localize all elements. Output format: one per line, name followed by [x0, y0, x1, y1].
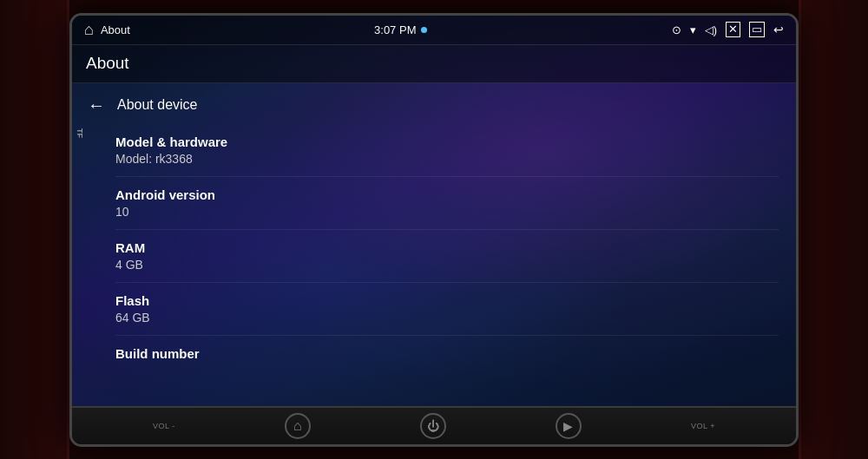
- setting-value-model: Model: rk3368: [115, 152, 779, 166]
- back-row: ← About device: [72, 83, 796, 124]
- home-button[interactable]: ⌂: [84, 21, 94, 39]
- page-title: About device: [117, 97, 198, 113]
- nav-hw-button[interactable]: ▶: [556, 413, 582, 439]
- tf-card-label: TF: [76, 128, 84, 138]
- status-right: ⊙ ▾ ◁) ✕ ▭ ↩: [672, 22, 784, 37]
- vol-minus-group: VOL -: [153, 422, 175, 430]
- status-left: ⌂ About: [84, 21, 130, 39]
- device-outer: TF ⌂ About 3:07 PM ⊙ ▾ ◁): [0, 0, 868, 459]
- app-bar: About: [72, 45, 796, 83]
- status-bar: ⌂ About 3:07 PM ⊙ ▾ ◁) ✕ ▭ ↩: [72, 16, 796, 45]
- app-bar-title: About: [86, 54, 782, 73]
- status-time: 3:07 PM: [374, 23, 416, 36]
- device-frame: TF ⌂ About 3:07 PM ⊙ ▾ ◁): [69, 13, 799, 447]
- close-icon[interactable]: ✕: [726, 22, 740, 37]
- setting-value-flash: 64 GB: [115, 311, 779, 325]
- setting-item-build[interactable]: Build number: [115, 336, 779, 371]
- screen: ⌂ About 3:07 PM ⊙ ▾ ◁) ✕ ▭ ↩ Abo: [72, 16, 796, 406]
- right-frame: [799, 0, 868, 459]
- setting-item-flash[interactable]: Flash 64 GB: [115, 283, 779, 336]
- vol-plus-group: VOL +: [691, 422, 715, 430]
- setting-title-ram: RAM: [115, 240, 779, 255]
- content-area: ← About device Model & hardware Model: r…: [72, 83, 796, 406]
- back-arrow-button[interactable]: ←: [88, 95, 105, 115]
- left-frame: [0, 0, 69, 459]
- volume-icon[interactable]: ◁): [705, 23, 717, 36]
- setting-title-flash: Flash: [115, 293, 779, 308]
- status-dot: [421, 27, 427, 33]
- home-hw-button[interactable]: ⌂: [285, 413, 311, 439]
- setting-title-android: Android version: [115, 187, 779, 202]
- wifi-icon: ▾: [690, 23, 696, 36]
- settings-list: Model & hardware Model: rk3368 Android v…: [72, 124, 796, 371]
- power-hw-button[interactable]: ⏻: [420, 413, 446, 439]
- location-icon: ⊙: [672, 23, 681, 36]
- vol-plus-label: VOL +: [691, 422, 715, 430]
- setting-title-model: Model & hardware: [115, 134, 779, 149]
- setting-value-android: 10: [115, 205, 779, 219]
- back-icon-status[interactable]: ↩: [773, 23, 784, 36]
- setting-value-ram: 4 GB: [115, 258, 779, 272]
- setting-item-ram[interactable]: RAM 4 GB: [115, 230, 779, 283]
- status-title: About: [101, 23, 130, 36]
- vol-minus-label: VOL -: [153, 422, 175, 430]
- hardware-bar: VOL - ⌂ ⏻ ▶ VOL +: [72, 406, 796, 444]
- status-center: 3:07 PM: [374, 23, 427, 36]
- setting-item-android[interactable]: Android version 10: [115, 177, 779, 230]
- window-icon[interactable]: ▭: [749, 22, 765, 37]
- setting-title-build: Build number: [115, 346, 779, 361]
- setting-item-model[interactable]: Model & hardware Model: rk3368: [115, 124, 779, 177]
